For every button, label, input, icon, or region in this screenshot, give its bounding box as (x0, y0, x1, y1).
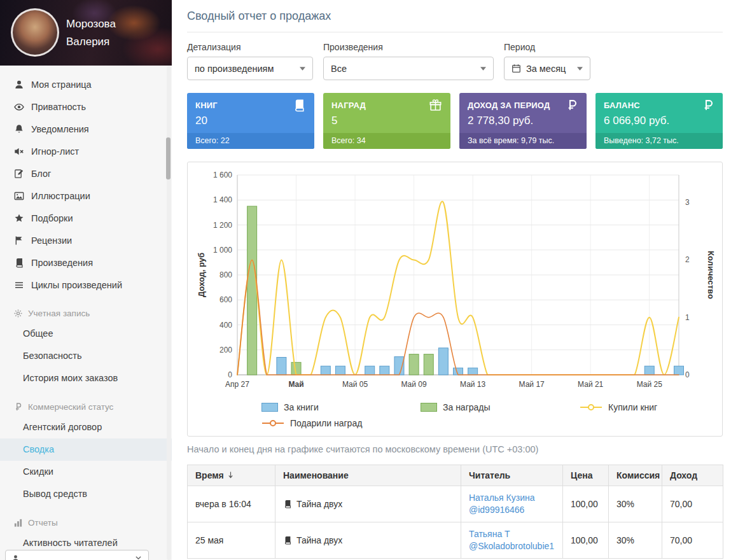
card-value: 2 778,30 руб. (459, 112, 587, 133)
column-header[interactable]: Комиссия (609, 465, 662, 486)
cell-time: вчера в 16:04 (188, 486, 275, 522)
sidebar-item-bell[interactable]: Уведомления (0, 118, 172, 140)
legend-item: За книги (261, 402, 421, 412)
caret-down-icon (577, 67, 583, 71)
svg-text:Май: Май (288, 380, 303, 389)
column-header[interactable]: Время (188, 465, 275, 486)
svg-text:3: 3 (685, 198, 690, 207)
svg-text:200: 200 (219, 346, 232, 354)
period-button[interactable]: За месяц (504, 57, 590, 80)
card-value: 5 (323, 112, 450, 133)
cell-price: 100,00 (563, 486, 609, 522)
period-button-value: За месяц (526, 64, 566, 74)
caret-down-icon (480, 67, 486, 71)
sidebar-item-label: Приватность (31, 102, 86, 112)
book-icon (293, 99, 306, 112)
cell-time: 25 мая (188, 522, 275, 559)
column-header[interactable]: Читатель (461, 465, 563, 486)
star-icon (14, 213, 24, 223)
avatar[interactable] (11, 8, 59, 57)
sidebar-subitem[interactable]: Вывод средств (0, 483, 172, 505)
card-header: БАЛАНС (595, 93, 723, 112)
bell-icon (14, 124, 24, 134)
sidebar-subitem[interactable]: Скидки (0, 461, 172, 483)
sidebar-item-image[interactable]: Иллюстрации (0, 185, 172, 207)
cell-title: Тайна двух (275, 486, 461, 522)
card-header: КНИГ (187, 93, 314, 112)
user-last-name: Валерия (66, 33, 116, 51)
legend-label: За книги (284, 402, 319, 412)
sidebar-item-pencil[interactable]: Блог (0, 162, 172, 185)
ruble-icon (701, 99, 714, 112)
sidebar-item-label: Блог (31, 169, 51, 179)
sidebar-item-label: Иллюстрации (31, 191, 90, 201)
stat-cards-row: КНИГ20Всего: 22НАГРАД5Всего: 34ДОХОД ЗА … (187, 93, 723, 149)
legend-label: Подарили наград (290, 418, 362, 428)
svg-text:600: 600 (219, 295, 232, 304)
book-title[interactable]: Тайна двух (296, 535, 342, 545)
main-content: Сводный отчет о продажах Детализация по … (172, 0, 738, 560)
card-title: КНИГ (195, 101, 218, 110)
sidebar-item-user[interactable]: Моя страница (0, 73, 172, 95)
sidebar-footer-select[interactable] (5, 550, 149, 560)
card-footer: За всё время: 9,79 тыс. (459, 133, 587, 149)
sidebar-subitem[interactable]: Безопасность (0, 345, 172, 367)
stat-card-2: ДОХОД ЗА ПЕРИОД2 778,30 руб.За всё время… (459, 93, 587, 149)
reader-name-link[interactable]: Татьяна Т (469, 528, 555, 540)
legend-item: Купили книг (580, 402, 714, 412)
svg-text:1 200: 1 200 (213, 221, 232, 230)
sidebar-subitem[interactable]: Общее (0, 323, 172, 345)
sidebar-item-layers[interactable]: Циклы произведений (0, 274, 172, 296)
svg-text:0: 0 (685, 370, 690, 379)
sidebar-subitem[interactable]: Агентский договор (0, 416, 172, 438)
cell-income: 70,00 (662, 522, 723, 559)
ruble-icon (13, 402, 23, 412)
column-header[interactable]: Доход (662, 465, 723, 486)
sidebar-item-star[interactable]: Подборки (0, 207, 172, 229)
sidebar-section-title: Коммерческий статус (0, 397, 172, 416)
gift-icon (429, 99, 442, 112)
sidebar-scrollbar-thumb[interactable] (166, 137, 171, 179)
reader-name-link[interactable]: Наталья Кузина (469, 492, 555, 504)
column-header-label: Читатель (469, 470, 510, 480)
card-title: БАЛАНС (604, 101, 640, 110)
sidebar-item-label: Подборки (31, 213, 73, 223)
svg-text:1 400: 1 400 (213, 195, 232, 204)
column-header[interactable]: Наименование (275, 465, 461, 486)
book-title[interactable]: Тайна двух (296, 499, 342, 509)
detail-select[interactable]: по произведениям (187, 57, 313, 80)
svg-text:Апр 27: Апр 27 (225, 380, 249, 389)
sidebar-scrollbar-track[interactable] (167, 66, 171, 560)
sidebar-item-label: Произведения (31, 258, 93, 268)
sidebar-item-flag[interactable]: Рецензии (0, 229, 172, 251)
bars-icon (13, 518, 23, 528)
legend-label: За награды (443, 402, 491, 412)
user-name[interactable]: Морозова Валерия (66, 15, 116, 51)
sidebar-item-mute[interactable]: Игнор-лист (0, 140, 172, 162)
sidebar-subitem[interactable]: История моих заказов (0, 367, 172, 389)
sidebar: Морозова Валерия Моя страницаПриватность… (0, 0, 172, 560)
card-footer: Всего: 34 (323, 133, 450, 149)
card-footer: Выведено: 3,72 тыс. (595, 133, 723, 149)
reader-handle-link[interactable]: @id99916466 (469, 504, 555, 516)
column-header-label: Комиссия (616, 470, 660, 480)
legend-item: Подарили наград (261, 418, 421, 428)
column-header[interactable]: Цена (563, 465, 609, 486)
stat-card-3: БАЛАНС6 066,90 руб.Выведено: 3,72 тыс. (595, 93, 723, 149)
chart-legend: За книгиЗа наградыКупили книгПодарили на… (261, 402, 714, 428)
works-select[interactable]: Все (323, 57, 494, 80)
sidebar-menu: Моя страницаПриватностьУведомленияИгнор-… (0, 66, 172, 554)
filter-works: Произведения Все (323, 42, 494, 80)
reader-handle-link[interactable]: @Skoladobrotolubie1 (469, 540, 555, 552)
sidebar-item-label: Моя страница (31, 80, 92, 90)
sidebar-item-eye[interactable]: Приватность (0, 95, 172, 118)
chevron-down-icon (135, 554, 142, 560)
section-title-label: Отчеты (28, 518, 58, 528)
sort-down-icon (228, 471, 233, 479)
sidebar-item-book[interactable]: Произведения (0, 251, 172, 274)
gear-icon (13, 309, 23, 318)
sidebar-subitem[interactable]: Сводка (0, 438, 172, 461)
sidebar-item-label: Игнор-лист (31, 146, 79, 157)
card-header: ДОХОД ЗА ПЕРИОД (459, 93, 587, 112)
timezone-note: Начало и конец дня на графике считаются … (187, 444, 723, 454)
